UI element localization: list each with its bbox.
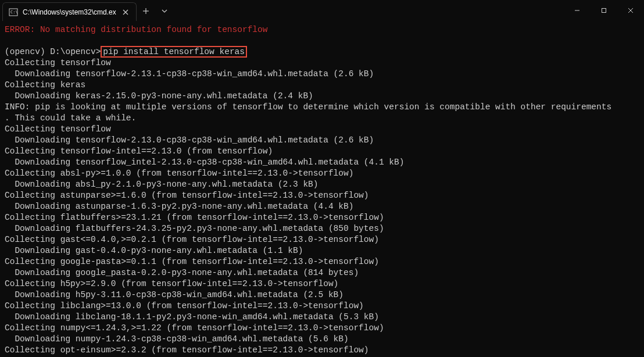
close-icon[interactable] [121,8,130,17]
command-text: pip install tensorflow keras [103,47,245,56]
output-line: Downloading astunparse-1.6.3-py2.py3-non… [5,202,353,211]
output-line: Downloading tensorflow-2.13.0-cp38-cp38-… [5,135,374,145]
output-line: Collecting gast<=0.4.0,>=0.2.1 (from ten… [5,235,379,244]
output-line: Collecting keras [5,80,85,90]
output-line: Collecting numpy<=1.24.3,>=1.22 (from te… [5,323,384,333]
output-line: Downloading keras-2.15.0-py3-none-any.wh… [5,91,313,101]
output-line: INFO: pip is looking at multiple version… [5,102,611,112]
command-highlight: pip install tensorflow keras [101,46,247,58]
output-line: Downloading h5py-3.11.0-cp38-cp38-win_am… [5,290,344,299]
titlebar-left: C:\ C:\Windows\system32\cmd.ex [0,0,174,21]
terminal-output[interactable]: ERROR: No matching distribution found fo… [0,21,644,357]
output-line: Collecting opt-einsum>=2.3.2 (from tenso… [5,345,369,355]
output-line: Downloading google_pasta-0.2.0-py3-none-… [5,268,359,277]
error-line: ERROR: No matching distribution found fo… [5,25,267,34]
output-line: Downloading tensorflow_intel-2.13.0-cp38… [5,158,404,167]
output-line: Collecting h5py>=2.9.0 (from tensorflow-… [5,279,338,288]
cmd-icon: C:\ [9,8,18,17]
output-line: Collecting tensorflow-intel==2.13.0 (fro… [5,147,273,156]
output-line: . This could take a while. [5,113,136,123]
window-controls [564,0,644,21]
output-line: Downloading numpy-1.24.3-cp38-cp38-win_a… [5,334,349,344]
tab-cmd[interactable]: C:\ C:\Windows\system32\cmd.ex [2,2,137,21]
output-line: Downloading flatbuffers-24.3.25-py2.py3-… [5,224,384,233]
svg-rect-7 [602,9,606,13]
prompt-path: D:\opencv> [50,47,101,56]
minimize-button[interactable] [564,0,591,21]
new-tab-button[interactable] [137,2,155,20]
output-line: Collecting tensorflow [5,58,111,67]
output-line: Collecting tensorflow [5,124,111,134]
tab-dropdown-button[interactable] [155,2,174,20]
titlebar: C:\ C:\Windows\system32\cmd.ex [0,0,644,21]
output-line: Downloading gast-0.4.0-py3-none-any.whl.… [5,246,303,255]
output-line: Collecting flatbuffers>=23.1.21 (from te… [5,213,384,222]
maximize-button[interactable] [591,0,617,21]
output-line: Collecting libclang>=13.0.0 (from tensor… [5,301,364,310]
output-line: Collecting absl-py>=1.0.0 (from tensorfl… [5,169,353,178]
close-button[interactable] [617,0,644,21]
output-line: Collecting google-pasta>=0.1.1 (from ten… [5,257,379,266]
output-line: Downloading tensorflow-2.13.1-cp38-cp38-… [5,69,374,78]
prompt-env: (opencv) [5,47,50,56]
output-line: Downloading absl_py-2.1.0-py3-none-any.w… [5,180,319,189]
svg-text:C:\: C:\ [10,10,18,15]
output-line: Collecting astunparse>=1.6.0 (from tenso… [5,191,369,200]
output-line: Downloading libclang-18.1.1-py2.py3-none… [5,312,379,322]
tab-title: C:\Windows\system32\cmd.ex [23,8,116,16]
